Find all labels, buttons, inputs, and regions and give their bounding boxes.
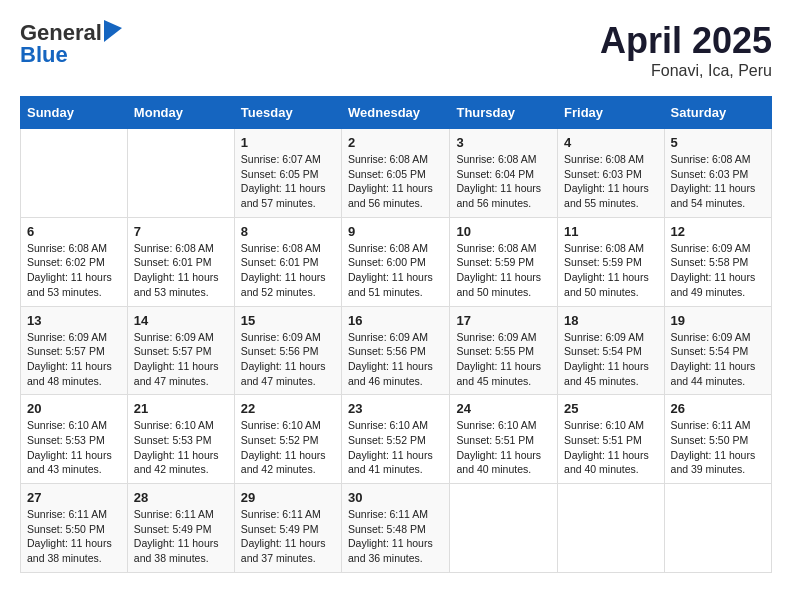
day-info: Sunrise: 6:08 AM Sunset: 6:03 PM Dayligh… (564, 152, 657, 211)
page-subtitle: Fonavi, Ica, Peru (600, 62, 772, 80)
calendar-cell: 5Sunrise: 6:08 AM Sunset: 6:03 PM Daylig… (664, 129, 771, 218)
calendar-cell: 19Sunrise: 6:09 AM Sunset: 5:54 PM Dayli… (664, 306, 771, 395)
day-number: 9 (348, 224, 443, 239)
day-info: Sunrise: 6:09 AM Sunset: 5:54 PM Dayligh… (671, 330, 765, 389)
day-info: Sunrise: 6:11 AM Sunset: 5:49 PM Dayligh… (134, 507, 228, 566)
calendar-week-3: 13Sunrise: 6:09 AM Sunset: 5:57 PM Dayli… (21, 306, 772, 395)
day-info: Sunrise: 6:08 AM Sunset: 5:59 PM Dayligh… (564, 241, 657, 300)
day-number: 18 (564, 313, 657, 328)
day-info: Sunrise: 6:11 AM Sunset: 5:48 PM Dayligh… (348, 507, 443, 566)
day-number: 22 (241, 401, 335, 416)
day-number: 27 (27, 490, 121, 505)
calendar-cell: 1Sunrise: 6:07 AM Sunset: 6:05 PM Daylig… (234, 129, 341, 218)
calendar-cell (127, 129, 234, 218)
day-info: Sunrise: 6:08 AM Sunset: 6:02 PM Dayligh… (27, 241, 121, 300)
calendar-cell: 23Sunrise: 6:10 AM Sunset: 5:52 PM Dayli… (342, 395, 450, 484)
calendar-week-4: 20Sunrise: 6:10 AM Sunset: 5:53 PM Dayli… (21, 395, 772, 484)
day-info: Sunrise: 6:09 AM Sunset: 5:55 PM Dayligh… (456, 330, 551, 389)
day-info: Sunrise: 6:09 AM Sunset: 5:57 PM Dayligh… (27, 330, 121, 389)
day-number: 17 (456, 313, 551, 328)
day-number: 5 (671, 135, 765, 150)
logo: General Blue (20, 20, 122, 68)
page-header: General Blue April 2025 Fonavi, Ica, Per… (20, 20, 772, 80)
calendar-week-1: 1Sunrise: 6:07 AM Sunset: 6:05 PM Daylig… (21, 129, 772, 218)
calendar-cell: 29Sunrise: 6:11 AM Sunset: 5:49 PM Dayli… (234, 484, 341, 573)
calendar-cell: 3Sunrise: 6:08 AM Sunset: 6:04 PM Daylig… (450, 129, 558, 218)
calendar-cell: 30Sunrise: 6:11 AM Sunset: 5:48 PM Dayli… (342, 484, 450, 573)
day-info: Sunrise: 6:10 AM Sunset: 5:53 PM Dayligh… (27, 418, 121, 477)
day-number: 13 (27, 313, 121, 328)
calendar-cell: 10Sunrise: 6:08 AM Sunset: 5:59 PM Dayli… (450, 217, 558, 306)
day-number: 3 (456, 135, 551, 150)
svg-marker-0 (104, 20, 122, 42)
day-number: 19 (671, 313, 765, 328)
calendar-cell: 2Sunrise: 6:08 AM Sunset: 6:05 PM Daylig… (342, 129, 450, 218)
day-info: Sunrise: 6:10 AM Sunset: 5:51 PM Dayligh… (456, 418, 551, 477)
day-number: 24 (456, 401, 551, 416)
day-number: 10 (456, 224, 551, 239)
day-number: 15 (241, 313, 335, 328)
col-header-wednesday: Wednesday (342, 97, 450, 129)
calendar-week-2: 6Sunrise: 6:08 AM Sunset: 6:02 PM Daylig… (21, 217, 772, 306)
calendar-cell: 7Sunrise: 6:08 AM Sunset: 6:01 PM Daylig… (127, 217, 234, 306)
calendar-cell: 6Sunrise: 6:08 AM Sunset: 6:02 PM Daylig… (21, 217, 128, 306)
day-info: Sunrise: 6:09 AM Sunset: 5:54 PM Dayligh… (564, 330, 657, 389)
day-info: Sunrise: 6:10 AM Sunset: 5:52 PM Dayligh… (348, 418, 443, 477)
day-number: 30 (348, 490, 443, 505)
calendar-cell: 16Sunrise: 6:09 AM Sunset: 5:56 PM Dayli… (342, 306, 450, 395)
day-info: Sunrise: 6:07 AM Sunset: 6:05 PM Dayligh… (241, 152, 335, 211)
day-info: Sunrise: 6:08 AM Sunset: 6:05 PM Dayligh… (348, 152, 443, 211)
day-info: Sunrise: 6:09 AM Sunset: 5:57 PM Dayligh… (134, 330, 228, 389)
calendar-cell: 8Sunrise: 6:08 AM Sunset: 6:01 PM Daylig… (234, 217, 341, 306)
logo-icon (104, 20, 122, 42)
calendar-cell: 14Sunrise: 6:09 AM Sunset: 5:57 PM Dayli… (127, 306, 234, 395)
page-title: April 2025 (600, 20, 772, 62)
calendar-cell: 11Sunrise: 6:08 AM Sunset: 5:59 PM Dayli… (558, 217, 664, 306)
col-header-thursday: Thursday (450, 97, 558, 129)
day-number: 21 (134, 401, 228, 416)
col-header-tuesday: Tuesday (234, 97, 341, 129)
day-info: Sunrise: 6:11 AM Sunset: 5:50 PM Dayligh… (27, 507, 121, 566)
calendar-cell (450, 484, 558, 573)
calendar-table: SundayMondayTuesdayWednesdayThursdayFrid… (20, 96, 772, 573)
col-header-friday: Friday (558, 97, 664, 129)
calendar-cell: 18Sunrise: 6:09 AM Sunset: 5:54 PM Dayli… (558, 306, 664, 395)
day-info: Sunrise: 6:10 AM Sunset: 5:51 PM Dayligh… (564, 418, 657, 477)
day-info: Sunrise: 6:10 AM Sunset: 5:53 PM Dayligh… (134, 418, 228, 477)
day-number: 8 (241, 224, 335, 239)
day-number: 14 (134, 313, 228, 328)
day-number: 6 (27, 224, 121, 239)
day-number: 20 (27, 401, 121, 416)
calendar-cell: 22Sunrise: 6:10 AM Sunset: 5:52 PM Dayli… (234, 395, 341, 484)
day-number: 2 (348, 135, 443, 150)
day-info: Sunrise: 6:09 AM Sunset: 5:56 PM Dayligh… (348, 330, 443, 389)
calendar-cell: 28Sunrise: 6:11 AM Sunset: 5:49 PM Dayli… (127, 484, 234, 573)
day-number: 23 (348, 401, 443, 416)
day-number: 4 (564, 135, 657, 150)
title-block: April 2025 Fonavi, Ica, Peru (600, 20, 772, 80)
day-number: 16 (348, 313, 443, 328)
day-info: Sunrise: 6:09 AM Sunset: 5:56 PM Dayligh… (241, 330, 335, 389)
calendar-cell: 9Sunrise: 6:08 AM Sunset: 6:00 PM Daylig… (342, 217, 450, 306)
calendar-cell: 26Sunrise: 6:11 AM Sunset: 5:50 PM Dayli… (664, 395, 771, 484)
day-number: 26 (671, 401, 765, 416)
day-number: 25 (564, 401, 657, 416)
day-info: Sunrise: 6:10 AM Sunset: 5:52 PM Dayligh… (241, 418, 335, 477)
day-info: Sunrise: 6:08 AM Sunset: 6:03 PM Dayligh… (671, 152, 765, 211)
calendar-cell: 4Sunrise: 6:08 AM Sunset: 6:03 PM Daylig… (558, 129, 664, 218)
day-number: 11 (564, 224, 657, 239)
day-number: 28 (134, 490, 228, 505)
col-header-monday: Monday (127, 97, 234, 129)
day-info: Sunrise: 6:11 AM Sunset: 5:49 PM Dayligh… (241, 507, 335, 566)
calendar-cell: 15Sunrise: 6:09 AM Sunset: 5:56 PM Dayli… (234, 306, 341, 395)
day-info: Sunrise: 6:08 AM Sunset: 6:01 PM Dayligh… (241, 241, 335, 300)
day-number: 1 (241, 135, 335, 150)
day-info: Sunrise: 6:11 AM Sunset: 5:50 PM Dayligh… (671, 418, 765, 477)
calendar-cell: 12Sunrise: 6:09 AM Sunset: 5:58 PM Dayli… (664, 217, 771, 306)
calendar-cell: 13Sunrise: 6:09 AM Sunset: 5:57 PM Dayli… (21, 306, 128, 395)
day-info: Sunrise: 6:08 AM Sunset: 6:01 PM Dayligh… (134, 241, 228, 300)
calendar-header-row: SundayMondayTuesdayWednesdayThursdayFrid… (21, 97, 772, 129)
calendar-cell (21, 129, 128, 218)
calendar-cell: 27Sunrise: 6:11 AM Sunset: 5:50 PM Dayli… (21, 484, 128, 573)
day-number: 12 (671, 224, 765, 239)
